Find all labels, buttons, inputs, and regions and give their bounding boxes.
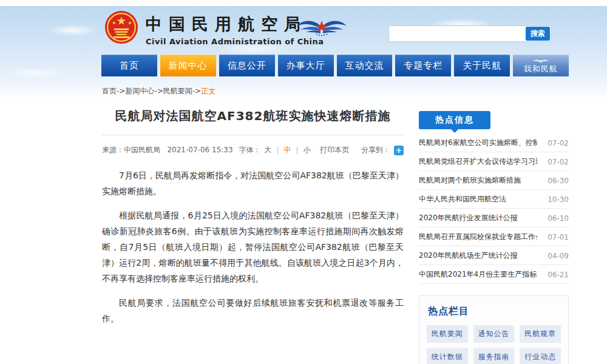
hot-info-list: 民航局对6家航空公司实施熔断、控制客...07-02 民航局党组召开扩大会议传达…: [419, 133, 569, 284]
main-nav: 首页 新闻中心 信息公开 办事大厅 互动交流 专题专栏 关于民航 我和民航: [101, 55, 569, 76]
list-item[interactable]: 民航局对6家航空公司实施熔断、控制客...07-02: [419, 133, 569, 152]
caac-wings-icon: [296, 17, 347, 39]
article-body: 7月6日，民航局再发熔断指令，对法国航空公司AF382航班（巴黎至天津）实施熔断…: [102, 167, 404, 326]
article-title: 民航局对法国航空AF382航班实施快速熔断措施: [102, 108, 404, 124]
hot-info-header[interactable]: 热点信息: [419, 111, 490, 129]
article-meta-right: 字体： 大 | 中 | 小 打印本页 分享到： +: [239, 145, 404, 155]
news-link[interactable]: 中国民航2021年4月份主要生产指标...: [419, 269, 537, 280]
list-item[interactable]: 2020年民航机场生产统计公报04-09: [419, 246, 569, 265]
article-meta-left: 来源：中国民航局 2021-07-06 15:33: [102, 145, 233, 155]
sidebar: 热点信息 民航局对6家航空公司实施熔断、控制客...07-02 民航局党组召开扩…: [419, 111, 569, 364]
title-divider: [102, 135, 404, 135]
share-plus-icon[interactable]: +: [394, 146, 404, 155]
meta-divider: |: [296, 146, 298, 155]
list-item[interactable]: 2020年民航行业发展统计公报06-10: [419, 209, 569, 228]
font-size-small[interactable]: 小: [304, 145, 311, 155]
column-link-caac-news[interactable]: 民航要闻: [427, 325, 468, 343]
list-item[interactable]: 中华人民共和国民用航空法10-30: [419, 190, 569, 209]
breadcrumb-home[interactable]: 首页: [102, 87, 117, 95]
news-link[interactable]: 民航局对两个航班实施熔断措施: [419, 175, 521, 186]
font-size-medium[interactable]: 中: [283, 145, 291, 155]
news-link[interactable]: 2020年民航机场生产统计公报: [419, 251, 518, 261]
article-paragraph: 民航局要求，法国航空公司要做好后续航班旅客安抚和机票退改等服务工作。: [102, 295, 404, 326]
column-link-regulations[interactable]: 民航规章: [520, 325, 561, 343]
search-box: 搜索: [388, 25, 551, 42]
font-size-label: 字体：: [239, 145, 260, 155]
share-label: 分享到：: [361, 145, 390, 155]
breadcrumb-separator: ->: [192, 87, 201, 95]
nav-tab-about-caac[interactable]: 关于民航: [454, 55, 510, 76]
search-input[interactable]: [389, 26, 525, 41]
column-link-notices[interactable]: 通知公告: [473, 325, 515, 343]
nav-tab-service-hall[interactable]: 办事大厅: [278, 55, 334, 76]
list-item[interactable]: 民航局对两个航班实施熔断措施06-30: [419, 171, 569, 190]
news-date: 04-09: [548, 252, 569, 260]
hot-columns-box: 热点栏目 民航要闻 通知公告 民航规章 统计数据 服务指南 行业动态 政策解读 …: [419, 295, 569, 364]
mini-wings-icon: [533, 59, 549, 64]
nav-tab-interaction[interactable]: 互动交流: [337, 55, 393, 76]
column-link-statistics[interactable]: 统计数据: [427, 348, 468, 364]
news-date: 10-30: [548, 195, 569, 204]
search-button[interactable]: 搜索: [526, 27, 550, 41]
nav-tab-label: 我和民航: [524, 65, 558, 73]
article: 民航局对法国航空AF382航班实施快速熔断措施 来源：中国民航局 2021-07…: [102, 103, 404, 335]
print-page-button[interactable]: 打印本页: [320, 145, 349, 155]
news-date: 07-02: [548, 139, 569, 147]
breadcrumb-separator: ->: [154, 87, 163, 95]
breadcrumb-caac-news[interactable]: 民航要闻: [163, 87, 192, 95]
publish-datetime: 2021-07-06 15:33: [167, 146, 232, 154]
news-date: 06-10: [548, 214, 569, 223]
nav-tab-special-topics[interactable]: 专题专栏: [395, 55, 451, 76]
news-link[interactable]: 民航局召开直属院校保就业专题工作会议: [419, 232, 537, 242]
news-date: 07-02: [548, 158, 569, 166]
source-value: 中国民航局: [124, 146, 160, 154]
news-link[interactable]: 2020年民航行业发展统计公报: [419, 213, 518, 223]
article-paragraph: 根据民航局通报，6月25日入境的法国航空公司AF382航班（巴黎至天津）确诊新冠…: [102, 207, 404, 286]
article-paragraph: 7月6日，民航局再发熔断指令，对法国航空公司AF382航班（巴黎至天津）实施熔断…: [102, 167, 404, 199]
source-label: 来源：: [102, 146, 124, 154]
breadcrumb: 首页->新闻中心->民航要闻->正文: [102, 86, 215, 96]
list-item[interactable]: 民航局召开直属院校保就业专题工作会议07-01: [419, 228, 569, 246]
national-emblem-icon: [104, 10, 138, 45]
news-link[interactable]: 民航局党组召开扩大会议传达学习习近平...: [419, 157, 537, 167]
breadcrumb-news-center[interactable]: 新闻中心: [125, 87, 154, 95]
news-link[interactable]: 中华人民共和国民用航空法: [419, 194, 506, 204]
column-link-service-guide[interactable]: 服务指南: [473, 348, 515, 364]
nav-tab-home[interactable]: 首页: [101, 55, 157, 76]
nav-tab-info-disclosure[interactable]: 信息公开: [219, 55, 275, 76]
breadcrumb-separator: ->: [117, 87, 125, 95]
nav-tab-me-and-caac[interactable]: 我和民航: [513, 55, 569, 76]
caac-news-page: 中国民用航空局 Civil Aviation Administration of…: [0, 0, 607, 364]
article-meta: 来源：中国民航局 2021-07-06 15:33 字体： 大 | 中 | 小 …: [102, 145, 404, 155]
nav-tab-news-center[interactable]: 新闻中心: [160, 55, 216, 76]
hot-columns-title: 热点栏目: [428, 305, 561, 318]
news-date: 07-01: [548, 233, 569, 241]
list-item[interactable]: 中国民航2021年4月份主要生产指标...06-21: [419, 265, 569, 284]
news-date: 06-30: [548, 177, 569, 185]
column-link-industry-trends[interactable]: 行业动态: [520, 348, 561, 364]
font-size-large[interactable]: 大: [264, 145, 271, 155]
breadcrumb-current: 正文: [201, 87, 215, 95]
list-item[interactable]: 民航局党组召开扩大会议传达学习习近平...07-02: [419, 152, 569, 171]
hot-columns-grid: 民航要闻 通知公告 民航规章 统计数据 服务指南 行业动态 政策解读 航旅指南 …: [427, 325, 561, 364]
meta-divider: |: [276, 146, 279, 155]
news-link[interactable]: 民航局对6家航空公司实施熔断、控制客...: [419, 138, 537, 148]
news-date: 06-21: [548, 271, 569, 279]
